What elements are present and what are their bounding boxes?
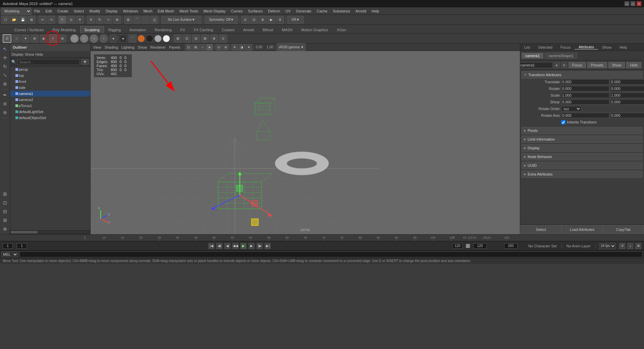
tab-fx[interactable]: FX (176, 26, 190, 33)
brush-3[interactable]: ○ (90, 34, 98, 43)
menu-select[interactable]: Select (71, 8, 87, 14)
sculpt-tool-7[interactable]: ⊗ (58, 35, 66, 43)
color-white[interactable] (163, 35, 170, 42)
outliner-scrollbar[interactable] (10, 230, 90, 234)
focus-button[interactable]: Focus (569, 62, 586, 68)
tab-xgen[interactable]: XGen (332, 26, 351, 33)
start-frame-input[interactable] (17, 243, 27, 249)
lasso-button[interactable]: ⊙ (67, 16, 75, 24)
rotate-axis-y-input[interactable] (610, 113, 644, 118)
rotate-order-select[interactable]: xyz yzx zxy xzy yxz zyx (561, 106, 581, 111)
audio-button[interactable]: ♪ (627, 243, 633, 249)
vp-menu-show[interactable]: Show (137, 45, 149, 49)
paint-select-button[interactable]: ✦ (76, 16, 84, 24)
sculpt-add-button[interactable]: + (49, 34, 57, 43)
rotate-tool-sidebar[interactable]: ↻ (1, 62, 9, 70)
sculpt-extra-4[interactable]: ⊞ (201, 35, 209, 43)
minimize-button[interactable]: — (625, 1, 629, 6)
current-frame-input[interactable] (3, 243, 13, 249)
rotate-axis-x-input[interactable] (561, 113, 609, 118)
outliner-item-default-object-set[interactable]: defaultObjectSet (10, 115, 90, 121)
playback-end-input[interactable] (473, 243, 487, 249)
outliner-item-default-light-set[interactable]: defaultLightSet (10, 109, 90, 115)
presets-button[interactable]: Presets (587, 62, 607, 68)
sculpt-tool-1[interactable]: ⊙ (3, 34, 11, 43)
tab-fx-caching[interactable]: FX Caching (190, 26, 217, 33)
brush-stroke[interactable]: ⌒ (128, 35, 137, 43)
vp-menu-panels[interactable]: Panels (168, 45, 182, 49)
display-header[interactable]: ▶ Display (522, 144, 643, 152)
move-tool-sidebar[interactable]: ✛ (1, 54, 9, 62)
fps-select[interactable]: 24 fps (599, 243, 616, 249)
new-scene-button[interactable]: ☐ (1, 16, 9, 24)
rotate-x-input[interactable] (561, 86, 609, 91)
symmetry-button[interactable]: Symmetry: Off ▼ (205, 16, 238, 24)
menu-display[interactable]: Display (103, 8, 120, 14)
color-dark[interactable] (146, 35, 153, 42)
snap-point-button[interactable]: · (142, 16, 150, 24)
undo-button[interactable]: ↩ (39, 16, 47, 24)
layout-6[interactable]: ⊞ (1, 216, 9, 224)
tab-mash[interactable]: MASH (277, 26, 297, 33)
outliner-item-camera1[interactable]: camera1 (10, 91, 90, 97)
vr-button[interactable]: VR▼ (287, 16, 304, 24)
attr-tab-selected[interactable]: Selected (534, 45, 556, 49)
brush-5[interactable]: ● (109, 34, 118, 43)
move-button[interactable]: ✛ (87, 16, 95, 24)
vp-menu-shading[interactable]: Shading (103, 45, 119, 49)
layout-7[interactable]: ⊕ (1, 225, 9, 233)
layout-5[interactable]: ⊟ (1, 207, 9, 215)
rotate-button[interactable]: ↻ (96, 16, 104, 24)
shear-y-input[interactable] (610, 99, 644, 105)
vp-shaded-button[interactable]: ● (206, 44, 213, 51)
maximize-button[interactable]: □ (631, 1, 635, 6)
sculpt-extra-3[interactable]: ⊟ (192, 35, 200, 43)
vp-shadow-button[interactable]: ◑ (238, 44, 245, 51)
snap-tools[interactable]: ⊞ (1, 190, 9, 198)
tab-rendering[interactable]: Rendering (150, 26, 176, 33)
scale-y-input[interactable] (610, 93, 644, 98)
brush-4[interactable]: ○ (99, 34, 108, 43)
next-key-button[interactable]: |▶ (257, 243, 263, 249)
outliner-item-side[interactable]: side (10, 85, 90, 91)
tab-arnold[interactable]: Arnold (239, 26, 258, 33)
outliner-item-persp[interactable]: persp (10, 66, 90, 72)
attr-tab-focus[interactable]: Focus (556, 45, 575, 49)
vp-colorspace-button[interactable]: sRGB gamma ▼ (277, 43, 306, 51)
no-live-surface-button[interactable]: No Live Surface ▼ (161, 16, 202, 24)
extra-attributes-header[interactable]: ▶ Extra Attributes (522, 170, 643, 178)
tab-custom[interactable]: Custom (217, 26, 239, 33)
save-button[interactable]: 💾 (19, 16, 27, 24)
step-forward-button[interactable]: ▶ (249, 243, 255, 249)
outliner-item-ptorus1[interactable]: pTorus1 (10, 103, 90, 109)
last-tool-sidebar[interactable]: ⊕ (1, 80, 9, 88)
vp-camera-button[interactable]: ⊡ (185, 44, 192, 51)
command-input[interactable] (19, 251, 643, 257)
menu-generate[interactable]: Generate (293, 8, 314, 14)
show-manip[interactable]: ⊛ (1, 108, 9, 116)
redo-button[interactable]: ↪ (47, 16, 55, 24)
mode-dropdown[interactable]: Modeling (1, 7, 32, 15)
pivots-header[interactable]: ▶ Pivots (522, 127, 643, 134)
attr-tab-help[interactable]: Help (615, 45, 631, 49)
hide-button[interactable]: Hide (626, 62, 641, 68)
brush-2[interactable]: ○ (80, 34, 89, 43)
node-tab-camera1[interactable]: camera1 (522, 53, 543, 59)
script-lang-select[interactable]: MEL Python (1, 251, 18, 257)
prev-key-button[interactable]: ◀| (216, 243, 222, 249)
tab-curves-surfaces[interactable]: Curves / Surfaces (10, 26, 48, 33)
vp-menu-renderer[interactable]: Renderer (149, 45, 167, 49)
sculpt-tool-2[interactable]: ☆ (12, 35, 20, 43)
copy-tab-button[interactable]: CopyTab (603, 225, 644, 234)
outliner-item-front[interactable]: front (10, 79, 90, 85)
pause-button[interactable]: ⏸ (276, 16, 284, 24)
save-as-button[interactable]: ⊞ (28, 16, 36, 24)
search-options-button[interactable]: ▼ (81, 59, 89, 65)
select-tool-button[interactable]: ↖ (1, 45, 9, 53)
outliner-display-menu[interactable]: Display (11, 52, 23, 56)
transform-section-header[interactable]: ▼ Transform Attributes (522, 71, 643, 79)
attr-tab-show[interactable]: Show (598, 45, 615, 49)
menu-deform[interactable]: Deform (265, 8, 283, 14)
menu-editmesh[interactable]: Edit Mesh (155, 8, 177, 14)
attr-tab-list[interactable]: List (520, 45, 534, 49)
